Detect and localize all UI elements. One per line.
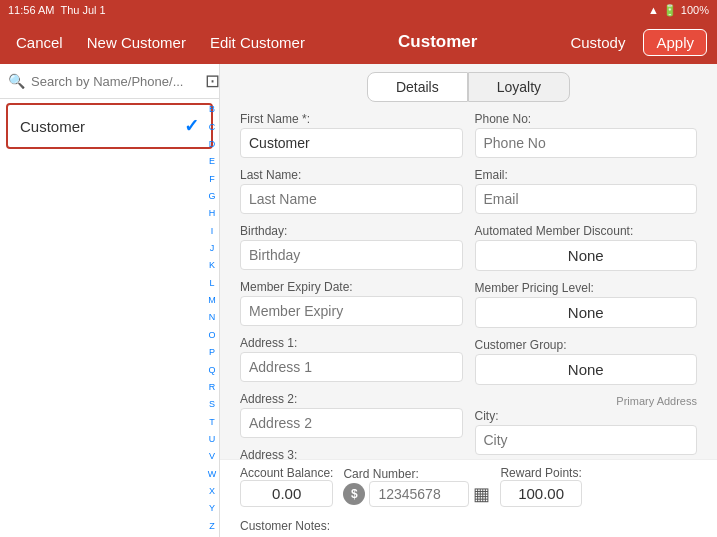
last-name-group: Last Name: (240, 168, 463, 214)
alpha-v[interactable]: V (209, 452, 215, 461)
alpha-p[interactable]: P (209, 348, 215, 357)
birthday-input[interactable] (240, 240, 463, 270)
alpha-t[interactable]: T (209, 418, 215, 427)
first-name-group: First Name *: (240, 112, 463, 158)
customer-item-name: Customer (20, 118, 85, 135)
dollar-icon: $ (343, 483, 365, 505)
phone-group: Phone No: (475, 112, 698, 158)
phone-label: Phone No: (475, 112, 698, 126)
alpha-n[interactable]: N (209, 313, 216, 322)
alpha-r[interactable]: R (209, 383, 216, 392)
form-col-right: Phone No: Email: Automated Member Discou… (469, 112, 704, 459)
alpha-y[interactable]: Y (209, 504, 215, 513)
reward-points-label: Reward Points: (500, 466, 581, 480)
phone-input[interactable] (475, 128, 698, 158)
email-input[interactable] (475, 184, 698, 214)
alpha-f[interactable]: F (209, 175, 215, 184)
alpha-d[interactable]: D (209, 140, 216, 149)
alpha-index: B C D E F G H I J K L M N O P Q R S T U (205, 99, 219, 537)
email-label: Email: (475, 168, 698, 182)
alpha-c[interactable]: C (209, 123, 216, 132)
address2-group: Address 2: (240, 392, 463, 438)
alpha-g[interactable]: G (208, 192, 215, 201)
primary-address-hint: Primary Address (475, 395, 698, 407)
birthday-group: Birthday: (240, 224, 463, 270)
automated-discount-select[interactable]: None (475, 240, 698, 271)
tab-details[interactable]: Details (367, 72, 468, 102)
wifi-icon: ▲ (648, 4, 659, 16)
new-customer-button[interactable]: New Customer (81, 30, 192, 55)
city-input[interactable] (475, 425, 698, 455)
custody-button[interactable]: Custody (564, 30, 631, 55)
customer-notes-label: Customer Notes: (240, 519, 330, 533)
address1-input[interactable] (240, 352, 463, 382)
battery-icon: 🔋 (663, 4, 677, 17)
card-number-input[interactable] (369, 481, 469, 507)
alpha-j[interactable]: J (210, 244, 215, 253)
address2-input[interactable] (240, 408, 463, 438)
search-bar: 🔍 ⊡ (0, 64, 219, 99)
alpha-l[interactable]: L (209, 279, 214, 288)
last-name-label: Last Name: (240, 168, 463, 182)
alpha-k[interactable]: K (209, 261, 215, 270)
alpha-q[interactable]: Q (208, 366, 215, 375)
alpha-h[interactable]: H (209, 209, 216, 218)
alpha-i[interactable]: I (211, 227, 214, 236)
city-label: City: (475, 409, 698, 423)
tab-loyalty[interactable]: Loyalty (468, 72, 570, 102)
member-pricing-label: Member Pricing Level: (475, 281, 698, 295)
reward-points-value: 100.00 (500, 480, 581, 507)
battery-percent: 100% (681, 4, 709, 16)
list-item[interactable]: Customer ✓ (6, 103, 213, 149)
apply-button[interactable]: Apply (643, 29, 707, 56)
member-expiry-label: Member Expiry Date: (240, 280, 463, 294)
alpha-z[interactable]: Z (209, 522, 215, 531)
customer-group-select[interactable]: None (475, 354, 698, 385)
bottom-bar: Account Balance: 0.00 Card Number: $ ▦ R… (220, 459, 717, 513)
alpha-o[interactable]: O (208, 331, 215, 340)
barcode-icon[interactable]: ▦ (473, 483, 490, 505)
search-input[interactable] (31, 74, 199, 89)
cancel-button[interactable]: Cancel (10, 30, 69, 55)
birthday-label: Birthday: (240, 224, 463, 238)
customer-list: Customer ✓ B C D E F G H I J K L M N O P… (0, 99, 219, 537)
card-number-label: Card Number: (343, 467, 490, 481)
nav-bar: Cancel New Customer Edit Customer Custom… (0, 20, 717, 64)
tab-bar: Details Loyalty (220, 64, 717, 102)
member-pricing-group: Member Pricing Level: None (475, 281, 698, 328)
alpha-w[interactable]: W (208, 470, 217, 479)
alpha-e[interactable]: E (209, 157, 215, 166)
status-date: Thu Jul 1 (60, 4, 105, 16)
address1-label: Address 1: (240, 336, 463, 350)
form-grid: First Name *: Last Name: Birthday: Membe… (234, 112, 703, 459)
alpha-u[interactable]: U (209, 435, 216, 444)
alpha-x[interactable]: X (209, 487, 215, 496)
form-col-left: First Name *: Last Name: Birthday: Membe… (234, 112, 469, 459)
selected-checkmark: ✓ (184, 115, 199, 137)
scan-icon[interactable]: ⊡ (205, 70, 220, 92)
member-expiry-input[interactable] (240, 296, 463, 326)
member-pricing-select[interactable]: None (475, 297, 698, 328)
alpha-b[interactable]: B (209, 105, 215, 114)
customer-notes-row: Customer Notes: (220, 513, 717, 537)
status-time: 11:56 AM (8, 4, 54, 16)
right-panel: Details Loyalty First Name *: Last Name: (220, 64, 717, 537)
automated-discount-label: Automated Member Discount: (475, 224, 698, 238)
account-balance-value: 0.00 (240, 480, 333, 507)
left-panel: 🔍 ⊡ Customer ✓ B C D E F G H I J K L M (0, 64, 220, 537)
last-name-input[interactable] (240, 184, 463, 214)
main-content: 🔍 ⊡ Customer ✓ B C D E F G H I J K L M (0, 64, 717, 537)
city-group: City: (475, 409, 698, 455)
customer-group-group: Customer Group: None (475, 338, 698, 385)
first-name-input[interactable] (240, 128, 463, 158)
alpha-s[interactable]: S (209, 400, 215, 409)
edit-customer-button[interactable]: Edit Customer (204, 30, 311, 55)
email-group: Email: (475, 168, 698, 214)
form-area: First Name *: Last Name: Birthday: Membe… (220, 102, 717, 459)
address2-label: Address 2: (240, 392, 463, 406)
search-icon: 🔍 (8, 73, 25, 89)
address3-group: Address 3: (240, 448, 463, 459)
status-bar: 11:56 AM Thu Jul 1 ▲ 🔋 100% (0, 0, 717, 20)
card-number-wrap: $ ▦ (343, 481, 490, 507)
alpha-m[interactable]: M (208, 296, 216, 305)
